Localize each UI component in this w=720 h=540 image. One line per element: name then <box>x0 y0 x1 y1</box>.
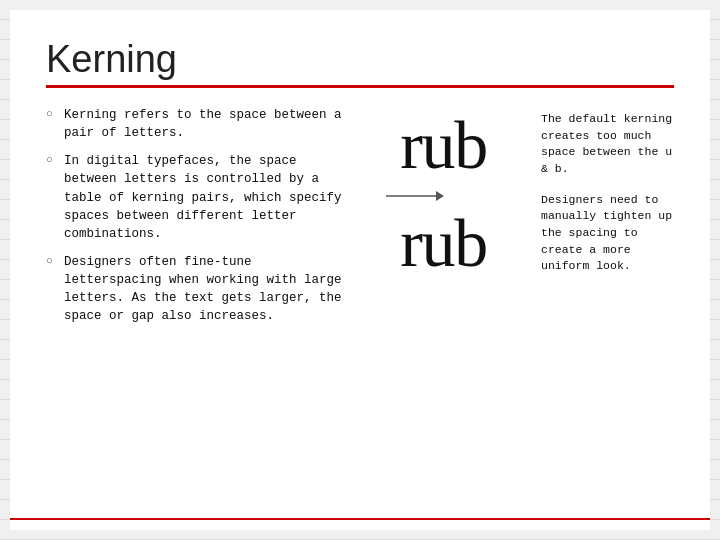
page-title: Kerning <box>46 38 674 81</box>
rub-top-word: rub <box>400 111 487 179</box>
bullet-section: ○ Kerning refers to the space between a … <box>46 106 356 335</box>
rub-bottom-word: rub <box>400 209 487 277</box>
list-item: ○ Designers often fine-tune letterspacin… <box>46 253 356 326</box>
description-2: Designers need to manually tighten up th… <box>541 192 674 275</box>
description-1: The default kerning creates too much spa… <box>541 111 674 178</box>
bottom-line <box>10 518 710 520</box>
bullet-text-3: Designers often fine-tune letterspacing … <box>64 253 356 326</box>
rub-illustration: rub rub <box>356 106 531 335</box>
list-item: ○ Kerning refers to the space between a … <box>46 106 356 142</box>
slide: Kerning ○ Kerning refers to the space be… <box>0 0 720 540</box>
svg-marker-1 <box>436 191 444 201</box>
title-area: Kerning <box>10 10 710 81</box>
bullet-text-2: In digital typefaces, the space between … <box>64 152 356 243</box>
description-section: The default kerning creates too much spa… <box>531 106 674 335</box>
main-body: ○ Kerning refers to the space between a … <box>10 88 710 335</box>
bullet-marker: ○ <box>46 106 64 123</box>
bullet-text-1: Kerning refers to the space between a pa… <box>64 106 356 142</box>
kerning-arrow-icon <box>384 185 444 207</box>
slide-content: Kerning ○ Kerning refers to the space be… <box>10 10 710 530</box>
bullet-marker: ○ <box>46 152 64 169</box>
list-item: ○ In digital typefaces, the space betwee… <box>46 152 356 243</box>
bullet-marker: ○ <box>46 253 64 270</box>
